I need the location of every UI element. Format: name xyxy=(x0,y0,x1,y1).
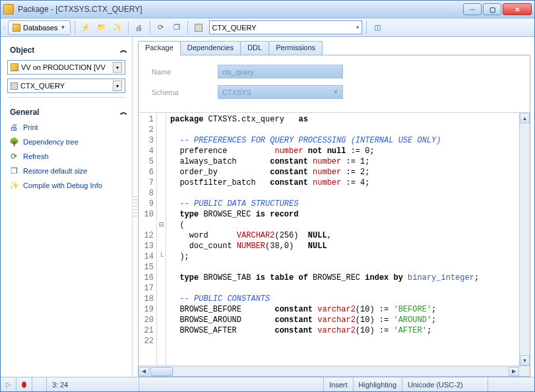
content: Package Dependencies DDL Permissions Nam… xyxy=(138,37,534,377)
highlighting-mode[interactable]: Highlighting xyxy=(354,377,402,391)
minimize-button[interactable]: ─ xyxy=(463,3,482,15)
schema-combo[interactable]: CTXSYS ▼ xyxy=(218,85,343,99)
object-type-icon[interactable] xyxy=(192,21,205,34)
object-icon xyxy=(11,82,18,90)
tree-icon: 🌳 xyxy=(9,137,19,147)
object-combo[interactable]: CTX_QUERY ▾ xyxy=(209,20,362,34)
object-section-header: Object ︽ xyxy=(7,42,125,60)
cursor-position: 3: 24 xyxy=(47,377,139,391)
insert-mode[interactable]: Insert xyxy=(324,377,354,391)
object-combo-value: CTX_QUERY xyxy=(212,24,257,32)
status-empty xyxy=(139,377,324,391)
tab-dependencies[interactable]: Dependencies xyxy=(180,41,241,55)
window-title: Package - [CTXSYS.CTX_QUERY] xyxy=(18,5,463,14)
horizontal-scrollbar[interactable]: ◀ ▶ xyxy=(139,366,530,376)
databases-dropdown[interactable]: Databases ▼ xyxy=(8,20,71,35)
titlebar: Package - [CTXSYS.CTX_QUERY] ─ ▢ ✕ xyxy=(1,1,534,18)
code-area[interactable]: package CTXSYS.ctx_query as -- PREFERENC… xyxy=(166,113,519,366)
print-icon: 🖨 xyxy=(9,122,19,133)
databases-label: Databases xyxy=(23,24,58,32)
maximize-button[interactable]: ▢ xyxy=(483,3,501,15)
name-label: Name xyxy=(152,68,218,76)
print-link[interactable]: 🖨Print xyxy=(9,122,125,133)
tab-ddl[interactable]: DDL xyxy=(240,41,269,55)
form-area: Name ctx_query Schema CTXSYS ▼ xyxy=(139,55,530,112)
tree-icon[interactable]: ◫ xyxy=(371,21,384,34)
db-icon xyxy=(11,63,18,71)
status-tail xyxy=(488,377,534,391)
print-icon[interactable]: 🖨 xyxy=(133,21,146,34)
tab-body: Name ctx_query Schema CTXSYS ▼ 1 2 3 4 5… xyxy=(138,55,530,377)
chevron-down-icon[interactable]: ▾ xyxy=(113,62,122,73)
fold-gutter[interactable]: ⊟ └ xyxy=(157,113,166,366)
refresh-icon: ⟳ xyxy=(9,151,19,162)
collapse-icon[interactable]: ︽ xyxy=(120,45,125,55)
name-input[interactable]: ctx_query xyxy=(218,65,343,79)
wand-icon: ✨ xyxy=(9,180,19,191)
scroll-up-icon[interactable]: ▲ xyxy=(520,113,530,123)
refresh-icon[interactable]: ⟳ xyxy=(154,21,168,34)
splitter[interactable]: ⁞⁞⁞⁞⁞⁞⁞ xyxy=(133,37,138,377)
chevron-down-icon[interactable]: ▾ xyxy=(113,81,122,91)
window-icon: ❐ xyxy=(9,166,19,176)
app-icon xyxy=(3,4,14,15)
chevron-down-icon: ▼ xyxy=(61,24,66,30)
scroll-left-icon[interactable]: ◀ xyxy=(139,367,149,376)
tabs: Package Dependencies DDL Permissions xyxy=(138,41,530,55)
close-button[interactable]: ✕ xyxy=(503,3,532,15)
restore-size-link[interactable]: ❐Restore default size xyxy=(9,166,125,176)
window-icon[interactable]: ❐ xyxy=(170,21,183,34)
collapse-icon[interactable]: ︽ xyxy=(120,107,125,117)
tab-permissions[interactable]: Permissions xyxy=(268,41,323,55)
compile-debug-link[interactable]: ✨Compile with Debug Info xyxy=(9,180,125,191)
window-buttons: ─ ▢ ✕ xyxy=(463,3,532,15)
general-links: 🖨Print 🌳Dependency tree ⟳Refresh ❐Restor… xyxy=(7,122,125,191)
encoding[interactable]: Unicode (USC-2) xyxy=(402,377,488,391)
status-spacer xyxy=(32,377,47,391)
connection-combo[interactable]: VV on PRODUCTION [VV ▾ xyxy=(7,60,125,75)
dependency-tree-link[interactable]: 🌳Dependency tree xyxy=(9,137,125,147)
scroll-down-icon[interactable]: ▼ xyxy=(520,355,530,366)
play-button[interactable]: ▷ xyxy=(1,377,16,391)
general-section-header: General ︽ xyxy=(7,104,125,122)
refresh-link[interactable]: ⟳Refresh xyxy=(9,151,125,162)
chevron-down-icon: ▼ xyxy=(333,89,338,95)
record-button[interactable] xyxy=(16,377,32,391)
sidebar: Object ︽ VV on PRODUCTION [VV ▾ CTX_QUER… xyxy=(1,37,133,377)
line-gutter: 1 2 3 4 5 6 7 8 9 10 12 13 14 15 16 17 1… xyxy=(139,113,157,366)
chevron-down-icon: ▾ xyxy=(356,24,359,30)
vertical-scrollbar[interactable]: ▲ ▼ xyxy=(519,113,530,366)
folder-lightning-icon[interactable]: 📁 xyxy=(95,21,108,34)
code-editor[interactable]: 1 2 3 4 5 6 7 8 9 10 12 13 14 15 16 17 1… xyxy=(139,112,530,366)
database-icon xyxy=(13,24,20,32)
schema-label: Schema xyxy=(152,88,218,96)
lightning-icon[interactable]: ⚡ xyxy=(79,21,92,34)
scroll-thumb[interactable] xyxy=(150,367,173,376)
statusbar: ▷ 3: 24 Insert Highlighting Unicode (USC… xyxy=(1,377,534,391)
main: Object ︽ VV on PRODUCTION [VV ▾ CTX_QUER… xyxy=(1,37,534,377)
tab-package[interactable]: Package xyxy=(138,41,181,55)
wand-icon[interactable]: ✨ xyxy=(111,21,124,34)
toolbar: ⁞ Databases ▼ ⚡ 📁 ✨ 🖨 ⟳ ❐ CTX_QUERY ▾ ◫ xyxy=(1,18,534,37)
scroll-right-icon[interactable]: ▶ xyxy=(509,367,519,376)
object-name-combo[interactable]: CTX_QUERY ▾ xyxy=(7,79,125,93)
